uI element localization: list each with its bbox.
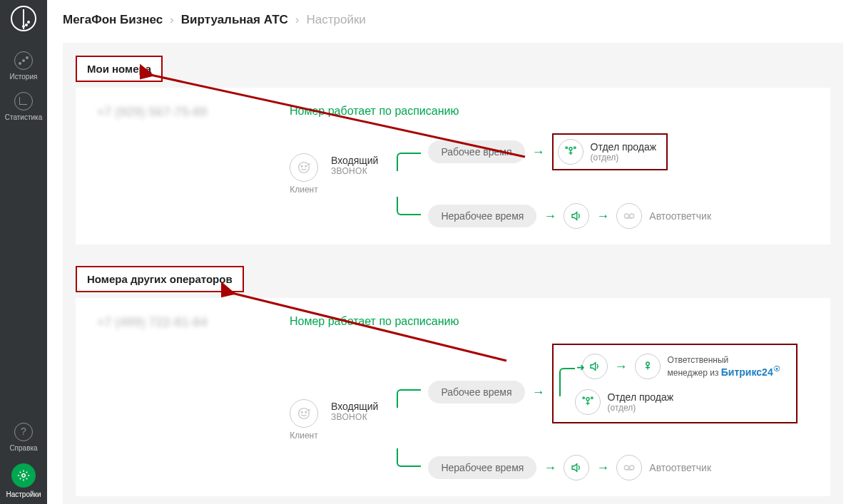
svg-point-14	[582, 397, 584, 399]
number-panel-2: +7 (499) 722-81-84 Номер работает по рас…	[76, 298, 830, 496]
client-icon	[290, 399, 318, 428]
call-label: звонок	[331, 412, 378, 422]
arrow-icon: →	[532, 145, 545, 160]
gear-icon	[11, 463, 36, 488]
sound-icon[interactable]	[564, 455, 589, 480]
group-icon[interactable]	[575, 389, 601, 415]
schedule-title-1: Номер работает по расписанию	[290, 105, 830, 118]
voicemail-label: Автоответчик	[649, 210, 711, 222]
svg-point-10	[301, 411, 302, 413]
svg-point-17	[630, 466, 634, 470]
stats-icon	[14, 92, 33, 110]
breadcrumb: МегаФон Бизнес › Виртуальная АТС › Настр…	[47, 0, 856, 40]
svg-point-16	[625, 466, 629, 470]
svg-point-4	[569, 148, 571, 150]
nonwork-hours-pill[interactable]: Нерабочее время	[428, 456, 536, 479]
connector-icon	[559, 368, 575, 396]
svg-point-12	[646, 362, 649, 366]
section-other-operators: Номера других операторов	[76, 266, 244, 292]
incoming-label: Входящий	[331, 155, 378, 166]
bitrix24-label: Битрикс24⦿	[721, 366, 780, 378]
megafon-logo-icon	[11, 6, 36, 31]
svg-point-15	[591, 397, 593, 399]
connector-icon	[397, 153, 421, 171]
svg-point-7	[625, 214, 629, 218]
svg-point-1	[299, 163, 310, 173]
crumb-root[interactable]: МегаФон Бизнес	[63, 13, 163, 27]
dept-sublabel: (отдел)	[608, 403, 674, 413]
nonwork-hours-pill[interactable]: Нерабочее время	[428, 205, 536, 227]
group-icon[interactable]	[558, 139, 584, 165]
person-icon[interactable]	[635, 354, 661, 379]
voicemail-icon[interactable]	[616, 203, 642, 229]
sales-dept-label: Отдел продаж	[608, 391, 674, 403]
svg-point-2	[301, 165, 302, 167]
sidebar: История Статистика Справка Настройки	[0, 0, 47, 504]
svg-point-13	[586, 398, 588, 401]
content-area: Мои номера +7 (929) 567-75-89 Номер рабо…	[63, 43, 843, 504]
help-icon	[14, 423, 33, 441]
voicemail-label: Автоответчик	[649, 462, 711, 473]
chevron-right-icon: ›	[170, 13, 174, 27]
sound-icon[interactable]	[582, 354, 608, 379]
client-icon	[290, 153, 318, 182]
svg-point-9	[299, 408, 310, 419]
sidebar-item-help[interactable]: Справка	[0, 417, 47, 458]
highlighted-routing-box: → Ответственный менеджер из Битрикс24	[552, 344, 798, 423]
connector-icon	[397, 389, 421, 408]
schedule-title-2: Номер работает по расписанию	[290, 315, 830, 328]
sidebar-label-stats: Статистика	[5, 113, 43, 121]
dept-sublabel: (отдел)	[591, 153, 657, 163]
svg-point-0	[22, 474, 26, 478]
chevron-right-icon: ›	[295, 13, 300, 27]
svg-point-6	[574, 147, 576, 149]
sidebar-item-stats[interactable]: Статистика	[0, 86, 47, 127]
crumb-current: Настройки	[306, 13, 365, 27]
arrow-icon: →	[596, 209, 609, 224]
svg-point-5	[565, 147, 567, 149]
sidebar-item-settings[interactable]: Настройки	[0, 458, 47, 504]
number-panel-1: +7 (929) 567-75-89 Номер работает по рас…	[76, 88, 830, 245]
sales-dept-label: Отдел продаж	[591, 141, 657, 153]
connector-icon	[397, 448, 421, 467]
svg-point-8	[630, 214, 634, 218]
arrow-icon: →	[544, 461, 556, 475]
sidebar-label-settings: Настройки	[6, 490, 41, 498]
history-icon	[14, 51, 33, 70]
sidebar-label-help: Справка	[9, 444, 37, 452]
call-label: звонок	[331, 166, 378, 176]
crumb-vats[interactable]: Виртуальная АТС	[181, 13, 288, 27]
work-hours-pill[interactable]: Рабочее время	[428, 381, 524, 403]
voicemail-icon[interactable]	[616, 455, 642, 480]
phone-number-1[interactable]: +7 (929) 567-75-89	[97, 105, 290, 120]
svg-point-11	[305, 411, 307, 413]
connector-icon	[397, 197, 421, 215]
client-label: Клиент	[290, 185, 318, 195]
sidebar-item-history[interactable]: История	[0, 46, 47, 86]
sidebar-label-history: История	[10, 73, 38, 81]
arrow-icon: →	[532, 385, 545, 400]
incoming-label: Входящий	[331, 401, 378, 412]
client-label: Клиент	[290, 431, 318, 441]
sound-icon[interactable]	[564, 203, 589, 229]
work-hours-pill[interactable]: Рабочее время	[428, 140, 524, 163]
main: МегаФон Бизнес › Виртуальная АТС › Настр…	[47, 0, 856, 504]
arrow-icon: →	[615, 359, 628, 374]
phone-number-2[interactable]: +7 (499) 722-81-84	[97, 315, 290, 330]
arrow-icon: →	[596, 461, 609, 475]
resp-mgr-1: Ответственный	[668, 355, 780, 365]
resp-mgr-2: менеджер из	[668, 368, 719, 378]
svg-point-3	[305, 165, 307, 167]
arrow-icon: →	[544, 209, 556, 224]
section-my-numbers: Мои номера	[76, 56, 163, 82]
